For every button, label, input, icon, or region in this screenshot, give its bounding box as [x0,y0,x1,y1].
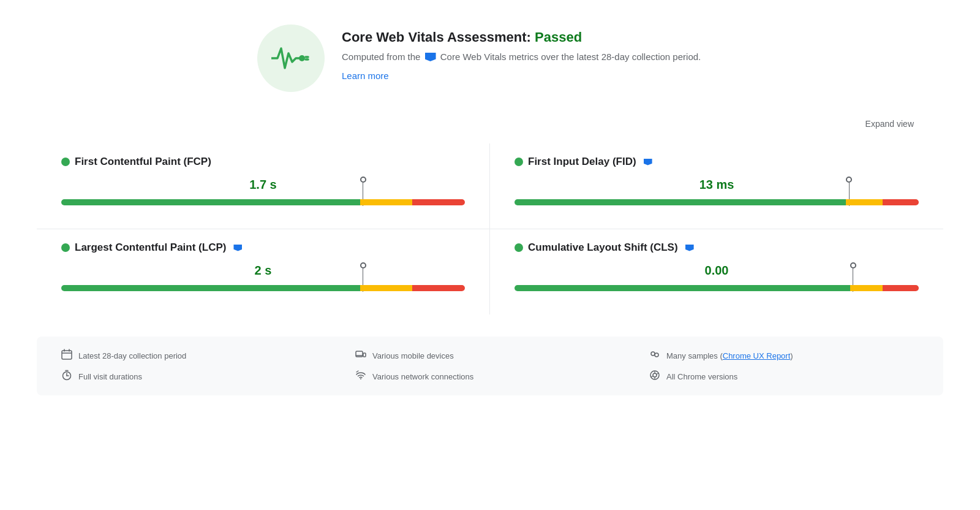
metric-cls-track [514,285,919,291]
assessment-title: Core Web Vitals Assessment: Passed [342,29,701,45]
bar-green [61,285,360,291]
svg-rect-8 [363,353,366,357]
header-section: Core Web Vitals Assessment: Passed Compu… [37,25,943,92]
metric-lcp-bar-container: 2 s [61,264,465,291]
chrome-ux-report-link[interactable]: Chrome UX Report [723,351,791,360]
footer-network-text: Various network connections [372,372,473,381]
footer-item-devices: Various mobile devices [355,349,625,362]
svg-point-19 [653,373,657,377]
network-icon [355,370,366,383]
flag-icon [425,53,436,61]
devices-icon [355,349,366,362]
expand-view-button[interactable]: Expand view [861,116,919,131]
metrics-grid: First Contentful Paint (FCP) 1.7 s First… [37,143,943,314]
metric-fcp-header: First Contentful Paint (FCP) [61,156,465,168]
metric-fcp-title: First Contentful Paint (FCP) [75,156,211,168]
footer-devices-text: Various mobile devices [372,351,454,360]
header-text: Core Web Vitals Assessment: Passed Compu… [342,25,701,81]
bar-red [412,285,465,291]
svg-point-16 [360,378,361,379]
bar-orange [850,285,883,291]
metric-fcp-dot [61,158,70,166]
metric-lcp-header: Largest Contentful Paint (LCP) [61,242,465,254]
expand-row: Expand view [37,116,943,131]
metric-cls-title: Cumulative Layout Shift (CLS) [528,242,678,254]
bar-red [412,199,465,205]
svg-point-11 [655,353,658,357]
bar-green [514,285,850,291]
footer-item-samples: Many samples (Chrome UX Report) [649,349,919,362]
bar-red [883,199,919,205]
bar-green [61,199,360,205]
metric-fid-track [514,199,919,205]
footer-collection-text: Latest 28-day collection period [78,351,186,360]
svg-rect-3 [62,351,72,359]
metric-cls: Cumulative Layout Shift (CLS) 0.00 [490,229,943,314]
footer-info: Latest 28-day collection period Various … [37,337,943,395]
footer-item-chrome: All Chrome versions [649,370,919,383]
metric-lcp-value: 2 s [61,264,465,281]
metric-fid-header: First Input Delay (FID) [514,156,919,168]
metric-fcp: First Contentful Paint (FCP) 1.7 s [37,143,490,229]
metric-cls-bar-container: 0.00 [514,264,919,291]
footer-item-network: Various network connections [355,370,625,383]
svg-point-0 [299,55,305,61]
metric-fid-title: First Input Delay (FID) [528,156,636,168]
vitals-waveform-icon [271,45,311,72]
metric-fid-bar-container: 13 ms [514,178,919,205]
timer-icon [61,370,72,383]
metric-lcp-title: Largest Contentful Paint (LCP) [75,242,226,254]
bar-orange [360,199,413,205]
metric-fid-flag [644,159,652,166]
chrome-icon [649,370,660,383]
bar-orange [360,285,413,291]
metric-fid-value: 13 ms [514,178,919,196]
title-prefix: Core Web Vitals Assessment: [342,29,535,45]
vitals-icon [257,25,325,92]
metric-lcp-track [61,285,465,291]
footer-chrome-text: All Chrome versions [666,372,737,381]
footer-item-collection: Latest 28-day collection period [61,349,331,362]
learn-more-link[interactable]: Learn more [342,70,389,81]
metric-lcp: Largest Contentful Paint (LCP) 2 s [37,229,490,314]
bar-green [514,199,846,205]
metric-fcp-value: 1.7 s [61,178,465,196]
footer-item-duration: Full visit durations [61,370,331,383]
metric-cls-flag [685,245,694,251]
metric-lcp-flag [233,245,242,251]
bar-red [883,285,919,291]
calendar-icon [61,349,72,362]
bar-orange [846,199,882,205]
metric-fid: First Input Delay (FID) 13 ms [490,143,943,229]
footer-samples-text: Many samples (Chrome UX Report) [666,351,793,360]
metric-cls-value: 0.00 [514,264,919,281]
metric-fcp-bar-container: 1.7 s [61,178,465,205]
footer-duration-text: Full visit durations [78,372,142,381]
title-status: Passed [535,29,582,45]
metric-fcp-track [61,199,465,205]
samples-icon [649,349,660,362]
metric-fid-dot [514,158,523,166]
metric-lcp-dot [61,243,70,252]
svg-line-17 [356,371,358,372]
metric-cls-dot [514,243,523,252]
metric-cls-header: Cumulative Layout Shift (CLS) [514,242,919,254]
svg-point-10 [651,352,655,356]
assessment-description: Computed from the Core Web Vitals metric… [342,50,701,64]
